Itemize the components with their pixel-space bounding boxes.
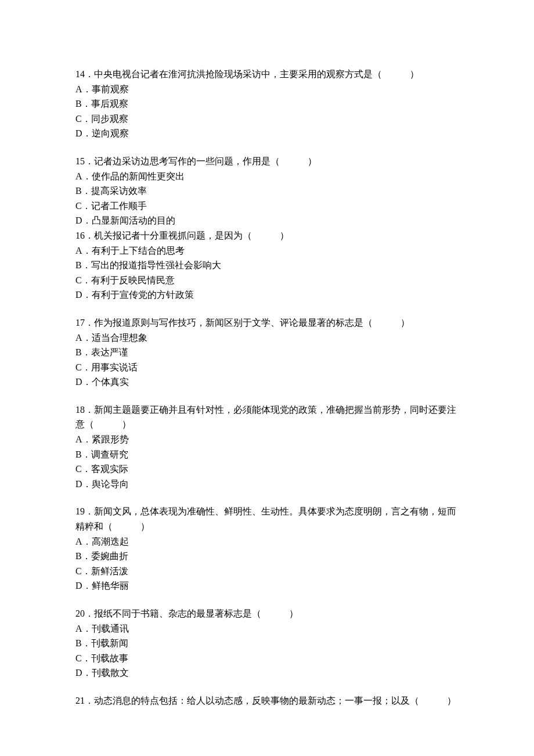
question-option: A．事前观察 [75,82,459,97]
question-stem: 15．记者边采访边思考写作的一些问题，作用是（ ） [75,154,459,169]
question-option: C．记者工作顺手 [75,199,459,214]
question-stem: 17．作为报道原则与写作技巧，新闻区别于文学、评论最显著的标志是（ ） [75,315,459,330]
question-stem: 16．机关报记者十分重视抓问题，是因为（ ） [75,228,459,243]
question-option: B．写出的报道指导性强社会影响大 [75,258,459,273]
question-14: 14．中央电视台记者在淮河抗洪抢险现场采访中，主要采用的观察方式是（ ）A．事前… [75,67,459,141]
question-option: B．表达严谨 [75,345,459,360]
question-option: D．逆向观察 [75,126,459,141]
question-option: A．紧跟形势 [75,432,459,447]
question-19: 19．新闻文风，总体表现为准确性、鲜明性、生动性。具体要求为态度明朗，言之有物，… [75,504,459,593]
question-option: A．有利于上下结合的思考 [75,243,459,258]
question-stem: 18．新闻主题题要正确并且有针对性，必须能体现党的政策，准确把握当前形势，同时还… [75,402,459,432]
question-option: C．客观实际 [75,462,459,477]
question-option: A．高潮迭起 [75,534,459,549]
question-option: D．个体真实 [75,375,459,390]
question-option: A．适当合理想象 [75,330,459,345]
question-option: B．提高采访效率 [75,183,459,199]
question-option: C．新鲜活泼 [75,564,459,579]
question-option: A．使作品的新闻性更突出 [75,169,459,184]
question-option: A．刊载通讯 [75,621,459,636]
question-option: B．事后观察 [75,96,459,111]
question-option: D．刊载散文 [75,665,459,681]
question-stem: 20．报纸不同于书籍、杂志的最显著标志是（ ） [75,606,459,621]
question-option: D．凸显新闻活动的目的 [75,213,459,228]
exam-page: 14．中央电视台记者在淮河抗洪抢险现场采访中，主要采用的观察方式是（ ）A．事前… [0,0,534,756]
question-16: 16．机关报记者十分重视抓问题，是因为（ ）A．有利于上下结合的思考B．写出的报… [75,228,459,303]
question-option: D．有利于宣传党的方针政策 [75,287,459,303]
question-option: C．有利于反映民情民意 [75,273,459,288]
question-option: B．刊载新闻 [75,636,459,651]
question-17: 17．作为报道原则与写作技巧，新闻区别于文学、评论最显著的标志是（ ）A．适当合… [75,315,459,390]
question-option: B．委婉曲折 [75,549,459,564]
question-option: B．调查研究 [75,447,459,462]
question-option: C．刊载故事 [75,651,459,666]
question-stem: 21．动态消息的特点包括：给人以动态感，反映事物的最新动态；一事一报；以及（ ） [75,693,459,708]
question-stem: 14．中央电视台记者在淮河抗洪抢险现场采访中，主要采用的观察方式是（ ） [75,67,459,82]
question-15: 15．记者边采访边思考写作的一些问题，作用是（ ）A．使作品的新闻性更突出B．提… [75,154,459,228]
question-20: 20．报纸不同于书籍、杂志的最显著标志是（ ）A．刊载通讯B．刊载新闻C．刊载故… [75,606,459,681]
question-option: C．用事实说话 [75,360,459,375]
question-21: 21．动态消息的特点包括：给人以动态感，反映事物的最新动态；一事一报；以及（ ） [75,693,459,708]
question-stem: 19．新闻文风，总体表现为准确性、鲜明性、生动性。具体要求为态度明朗，言之有物，… [75,504,459,534]
question-option: D．舆论导向 [75,477,459,492]
question-option: C．同步观察 [75,111,459,127]
question-18: 18．新闻主题题要正确并且有针对性，必须能体现党的政策，准确把握当前形势，同时还… [75,402,459,492]
question-option: D．鲜艳华丽 [75,578,459,593]
